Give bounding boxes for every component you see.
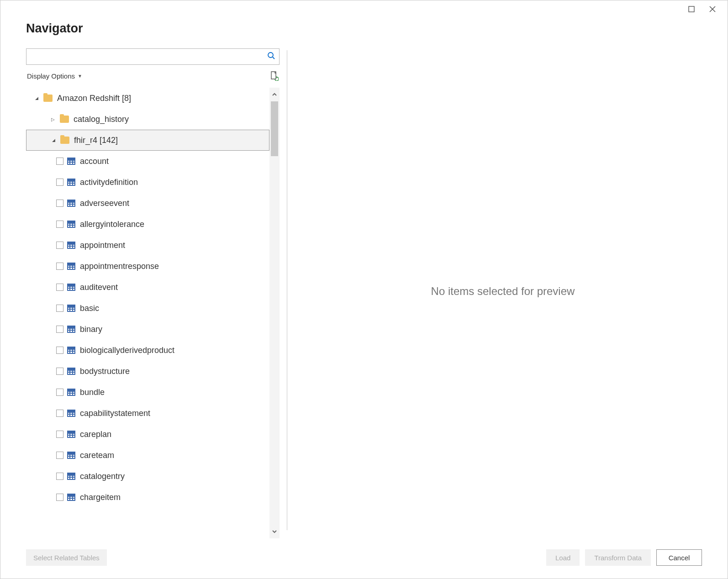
table-icon — [67, 368, 75, 375]
table-checkbox[interactable] — [56, 221, 63, 228]
tree-table[interactable]: chargeitem — [26, 487, 269, 508]
maximize-button[interactable] — [681, 2, 702, 16]
collapse-icon[interactable]: ◢ — [50, 138, 57, 142]
tree-table[interactable]: capabilitystatement — [26, 403, 269, 424]
refresh-icon — [269, 71, 279, 81]
display-options-dropdown[interactable]: Display Options ▼ — [27, 72, 82, 80]
tree-label: careplan — [80, 430, 111, 439]
tree-table[interactable]: appointmentresponse — [26, 256, 269, 277]
table-checkbox[interactable] — [56, 452, 63, 459]
tree-table[interactable]: bodystructure — [26, 361, 269, 382]
chevron-down-icon: ▼ — [78, 74, 82, 79]
close-button[interactable] — [702, 2, 723, 16]
footer: Select Related Tables Load Transform Dat… — [0, 538, 728, 579]
table-checkbox[interactable] — [56, 410, 63, 417]
expand-icon[interactable]: ▷ — [50, 117, 56, 122]
folder-icon — [60, 137, 69, 144]
refresh-button[interactable] — [269, 71, 279, 81]
navigator-dialog: Navigator Display Options ▼ — [0, 0, 728, 579]
dialog-header: Navigator — [0, 18, 728, 44]
search-input[interactable] — [30, 49, 267, 64]
cancel-button[interactable]: Cancel — [656, 549, 702, 566]
tree-table[interactable]: catalogentry — [26, 466, 269, 487]
tree-label: catalog_history — [74, 115, 129, 124]
load-button[interactable]: Load — [546, 549, 580, 566]
table-checkbox[interactable] — [56, 284, 63, 291]
tree-label: adverseevent — [80, 199, 129, 208]
table-icon — [67, 389, 75, 396]
table-checkbox[interactable] — [56, 389, 63, 396]
table-icon — [67, 431, 75, 438]
tree-label: bundle — [80, 388, 105, 397]
tree-table[interactable]: biologicallyderivedproduct — [26, 340, 269, 361]
scrollbar[interactable] — [269, 88, 280, 538]
table-icon — [67, 158, 75, 165]
tree-label: catalogentry — [80, 472, 125, 481]
table-checkbox[interactable] — [56, 200, 63, 207]
table-checkbox[interactable] — [56, 368, 63, 375]
tree-table[interactable]: appointment — [26, 235, 269, 256]
table-checkbox[interactable] — [56, 263, 63, 270]
titlebar — [0, 0, 728, 18]
navigator-panel: Display Options ▼ ◢Amazon Redshift [8]▷c… — [26, 44, 280, 538]
tree-label: Amazon Redshift [8] — [57, 94, 131, 103]
tree-table[interactable]: account — [26, 151, 269, 172]
table-checkbox[interactable] — [56, 179, 63, 186]
tree-table[interactable]: careteam — [26, 445, 269, 466]
transform-data-button[interactable]: Transform Data — [585, 549, 651, 566]
svg-rect-0 — [689, 6, 694, 12]
table-checkbox[interactable] — [56, 326, 63, 333]
table-checkbox[interactable] — [56, 431, 63, 438]
search-icon[interactable] — [267, 52, 275, 62]
maximize-icon — [688, 6, 695, 12]
scroll-thumb[interactable] — [271, 101, 278, 156]
table-checkbox[interactable] — [56, 347, 63, 354]
collapse-icon[interactable]: ◢ — [33, 96, 40, 100]
tree-label: appointmentresponse — [80, 262, 159, 271]
tree-table[interactable]: bundle — [26, 382, 269, 403]
table-icon — [67, 200, 75, 207]
folder-icon — [43, 95, 53, 102]
table-icon — [67, 263, 75, 270]
tree-table[interactable]: allergyintolerance — [26, 214, 269, 235]
tree-label: chargeitem — [80, 493, 121, 502]
table-checkbox[interactable] — [56, 473, 63, 480]
tree-table[interactable]: binary — [26, 319, 269, 340]
table-icon — [67, 221, 75, 228]
display-options-label: Display Options — [27, 72, 75, 80]
folder-icon — [60, 116, 69, 123]
tree-table[interactable]: basic — [26, 298, 269, 319]
tree-label: biologicallyderivedproduct — [80, 346, 174, 355]
tree-schema[interactable]: ◢fhir_r4 [142] — [26, 130, 269, 151]
table-icon — [67, 284, 75, 291]
table-icon — [67, 326, 75, 333]
svg-line-4 — [273, 57, 274, 59]
svg-marker-5 — [276, 76, 278, 78]
vertical-divider — [287, 50, 287, 530]
table-checkbox[interactable] — [56, 305, 63, 312]
table-icon — [67, 473, 75, 480]
scroll-up-icon[interactable] — [269, 88, 280, 101]
select-related-tables-button[interactable]: Select Related Tables — [26, 549, 107, 566]
tree-label: basic — [80, 304, 99, 313]
table-checkbox[interactable] — [56, 242, 63, 249]
tree-table[interactable]: auditevent — [26, 277, 269, 298]
table-checkbox[interactable] — [56, 158, 63, 165]
search-wrap — [26, 48, 280, 65]
svg-point-3 — [268, 53, 273, 58]
tree: ◢Amazon Redshift [8]▷catalog_history◢fhi… — [26, 88, 269, 538]
tree-database[interactable]: ◢Amazon Redshift [8] — [26, 88, 269, 109]
table-checkbox[interactable] — [56, 494, 63, 501]
scroll-track[interactable] — [269, 101, 280, 525]
tree-schema[interactable]: ▷catalog_history — [26, 109, 269, 130]
close-icon — [709, 6, 716, 12]
table-icon — [67, 242, 75, 249]
table-icon — [67, 410, 75, 417]
table-icon — [67, 494, 75, 501]
tree-table[interactable]: adverseevent — [26, 193, 269, 214]
table-icon — [67, 452, 75, 459]
scroll-down-icon[interactable] — [269, 525, 280, 538]
tree-table[interactable]: careplan — [26, 424, 269, 445]
table-icon — [67, 305, 75, 312]
tree-table[interactable]: activitydefinition — [26, 172, 269, 193]
